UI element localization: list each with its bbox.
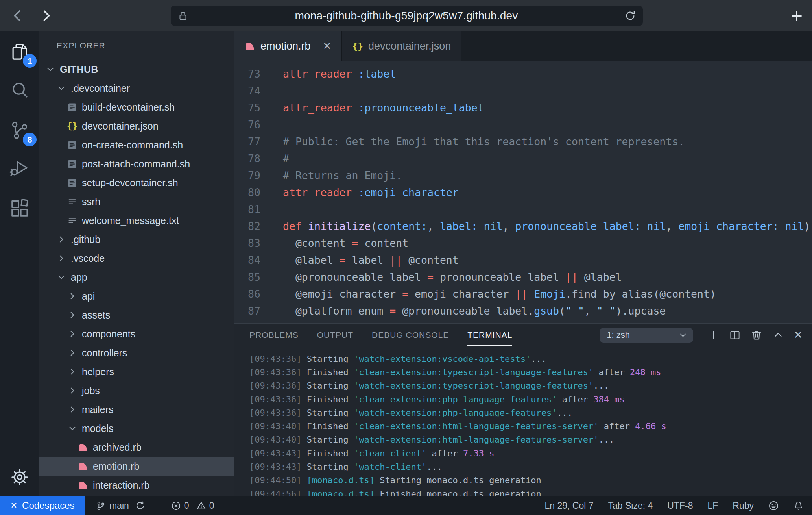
chevron-right-icon [67, 348, 78, 358]
tree-item-devcontainer[interactable]: .devcontainer [39, 79, 234, 98]
error-icon [171, 501, 181, 511]
tree-item-github[interactable]: .github [39, 230, 234, 249]
encoding-indicator[interactable]: UTF-8 [667, 500, 693, 511]
kill-terminal-button[interactable] [750, 329, 763, 341]
tab-terminal[interactable]: TERMINAL [467, 324, 512, 346]
chevron-down-icon [67, 423, 78, 434]
eol-indicator[interactable]: LF [707, 500, 718, 511]
tree-item-label: emotion.rb [93, 461, 139, 472]
tree-item-github[interactable]: GITHUB [39, 60, 234, 79]
plus-icon [707, 329, 719, 341]
tree-item-interaction-rb[interactable]: interaction.rb [39, 476, 234, 495]
browser-address-bar[interactable]: mona-github-github-g59jpq2w5w7.github.de… [171, 6, 643, 26]
codespaces-label: Codespaces [22, 500, 74, 511]
tree-item-archived-rb[interactable]: archived.rb [39, 438, 234, 457]
tree-item-emotion-rb[interactable]: emotion.rb [39, 457, 234, 476]
tree-item-welcome-message-txt[interactable]: welcome_message.txt [39, 211, 234, 230]
sidebar-item-search[interactable] [9, 80, 30, 101]
split-panel-icon [729, 329, 741, 341]
tree-item-api[interactable]: api [39, 287, 234, 306]
code-editor[interactable]: 73attr_reader :label7475attr_reader :pro… [234, 61, 812, 323]
tree-item-jobs[interactable]: jobs [39, 381, 234, 400]
terminal-line: [09:43:36] Finished 'clean-extension:php… [249, 393, 812, 406]
json-file-icon: {} [67, 121, 78, 132]
cursor-position[interactable]: Ln 29, Col 7 [544, 500, 593, 511]
tab-problems[interactable]: PROBLEMS [249, 324, 299, 346]
tab-devcontainer-json[interactable]: {} devcontainer.json [342, 31, 461, 61]
browser-forward-button[interactable] [37, 7, 55, 25]
branch-indicator[interactable]: main [96, 500, 145, 511]
git-branch-icon [96, 501, 106, 511]
code-line-84: 84 @label = label || @content [234, 252, 812, 269]
sidebar-item-run-debug[interactable] [9, 157, 30, 179]
reload-icon[interactable] [624, 9, 637, 22]
tree-item-app[interactable]: app [39, 268, 234, 287]
code-line-76: 76 [234, 116, 812, 133]
chevron-right-icon [67, 367, 78, 377]
tree-item-vscode[interactable]: .vscode [39, 249, 234, 268]
terminal-line: [09:43:43] Starting 'watch-client'... [249, 460, 812, 473]
close-tab-icon[interactable]: ✕ [323, 40, 332, 52]
chevron-right-icon [37, 7, 55, 24]
tree-item-build-devcontainer-sh[interactable]: build-devcontainer.sh [39, 98, 234, 117]
tree-item-on-create-command-sh[interactable]: on-create-command.sh [39, 135, 234, 154]
tree-item-post-attach-command-sh[interactable]: post-attach-command.sh [39, 154, 234, 173]
explorer-badge: 1 [23, 54, 37, 68]
code-line-73: 73attr_reader :label [234, 65, 812, 82]
sidebar-item-explorer[interactable]: 1 [9, 41, 30, 62]
chevron-down-icon [678, 330, 688, 340]
chevron-right-icon [67, 310, 78, 320]
problems-indicator[interactable]: 0 0 [171, 500, 214, 511]
tree-item-label: setup-devcontainer.sh [82, 177, 178, 189]
tree-item-label: build-devcontainer.sh [82, 102, 175, 113]
tree-item-devcontainer-json[interactable]: {}devcontainer.json [39, 117, 234, 135]
terminal-line: [09:44:50] [monaco.d.ts] Starting monaco… [249, 474, 812, 487]
feedback-smiley-icon[interactable] [768, 500, 779, 511]
sidebar-item-extensions[interactable] [9, 198, 30, 219]
tree-item-label: api [82, 291, 95, 302]
panel-header: PROBLEMS OUTPUT DEBUG CONSOLE TERMINAL 1… [234, 324, 812, 346]
tree-item-label: assets [82, 309, 110, 321]
tree-item-models[interactable]: models [39, 419, 234, 438]
tree-item-label: devcontainer.json [82, 120, 159, 132]
tab-output[interactable]: OUTPUT [317, 324, 353, 346]
settings-button[interactable] [10, 467, 30, 487]
sync-icon[interactable] [135, 501, 145, 511]
editor-tab-bar: emotion.rb ✕ {} devcontainer.json [234, 31, 812, 61]
new-terminal-button[interactable] [707, 329, 720, 341]
tree-item-setup-devcontainer-sh[interactable]: setup-devcontainer.sh [39, 173, 234, 192]
tree-item-helpers[interactable]: helpers [39, 362, 234, 381]
chevron-right-icon [56, 253, 66, 264]
tree-item-label: ssrh [82, 196, 100, 207]
new-tab-button[interactable]: + [791, 0, 803, 31]
run-debug-icon [9, 157, 30, 179]
tab-debug-console[interactable]: DEBUG CONSOLE [372, 324, 449, 346]
sidebar-item-source-control[interactable]: 8 [9, 120, 30, 141]
code-line-85: 85 @pronounceable_label = pronounceable_… [234, 269, 812, 285]
tree-item-label: app [71, 272, 87, 283]
tree-item-ssrh[interactable]: ssrh [39, 192, 234, 211]
notifications-bell-icon[interactable] [794, 501, 803, 511]
browser-back-button[interactable] [9, 7, 27, 25]
tree-item-components[interactable]: components [39, 324, 234, 343]
codespaces-remote-indicator[interactable]: ✕ Codespaces [0, 496, 85, 515]
tab-size-indicator[interactable]: Tab Size: 4 [608, 500, 653, 511]
terminal-shell-select[interactable]: 1: zsh [600, 328, 693, 343]
language-mode[interactable]: Ruby [733, 500, 754, 511]
close-panel-button[interactable]: ✕ [794, 329, 803, 341]
tab-emotion-rb[interactable]: emotion.rb ✕ [234, 31, 342, 61]
maximize-panel-button[interactable] [772, 329, 784, 341]
code-line-77: 77# Public: Get the Emoji that this reac… [234, 133, 812, 150]
tree-item-mailers[interactable]: mailers [39, 400, 234, 419]
tree-item-controllers[interactable]: controllers [39, 343, 234, 362]
chevron-right-icon [67, 329, 78, 339]
code-line-87: 87 @platform_enum = @pronounceable_label… [234, 302, 812, 319]
warning-count: 0 [209, 500, 214, 511]
terminal-output[interactable]: [09:43:36] Starting 'watch-extension:vsc… [234, 346, 812, 496]
split-terminal-button[interactable] [729, 329, 741, 341]
tree-item-label: interaction.rb [93, 480, 150, 491]
tree-item-assets[interactable]: assets [39, 306, 234, 324]
txt-file-icon [67, 196, 78, 207]
status-bar: ✕ Codespaces main 0 0 Ln 29, Col 7 Tab S… [0, 496, 812, 515]
chevron-down-icon [56, 83, 66, 94]
